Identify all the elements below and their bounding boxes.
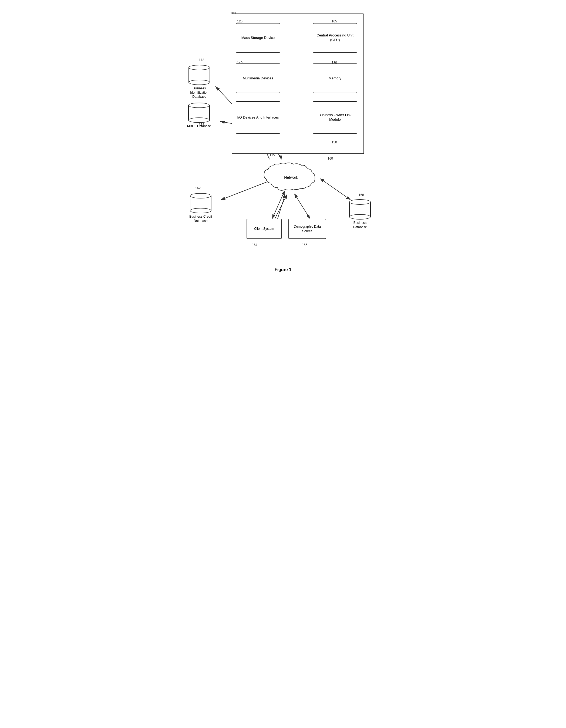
- ref-164: 164: [252, 243, 257, 247]
- svg-marker-27: [282, 194, 287, 198]
- business-id-db: Business Identification Database: [186, 65, 213, 99]
- ref-166: 166: [302, 243, 307, 247]
- ref-168: 168: [359, 193, 364, 197]
- svg-text:Network: Network: [284, 175, 298, 180]
- diagram-container: 100 120 Mass Storage Device 105 Central …: [180, 5, 386, 265]
- ref-160: 160: [328, 157, 333, 160]
- db-bottom-4: [349, 214, 371, 220]
- mbol-db: MBOL Database: [187, 103, 211, 129]
- ref-150: 150: [332, 140, 337, 144]
- ref-162: 162: [195, 186, 201, 190]
- demographic-box: Demographic Data Source: [288, 219, 326, 239]
- svg-line-26: [278, 197, 284, 219]
- db-bottom-2: [188, 117, 210, 123]
- memory-box: Memory: [313, 63, 357, 93]
- network-cloud: Network: [261, 162, 321, 194]
- db-top-4: [349, 199, 371, 205]
- business-credit-db: Business Credit Database: [187, 193, 214, 223]
- cpu-box: Central Processing Unit (CPU): [313, 23, 357, 53]
- business-owner-box: Business Owner Link Module: [313, 101, 357, 134]
- ref-120: 120: [237, 19, 242, 23]
- ref-105: 105: [332, 19, 337, 23]
- ref-172: 172: [199, 58, 204, 62]
- db-top-1: [188, 65, 210, 70]
- db-top-2: [188, 103, 210, 108]
- db-top-3: [190, 193, 211, 198]
- business-db: Business Database: [346, 199, 373, 229]
- multimedia-box: Multimedia Devices: [236, 63, 280, 93]
- db-bottom-1: [188, 80, 210, 85]
- svg-line-25: [324, 181, 351, 200]
- ref-115: 115: [269, 153, 275, 157]
- client-system-box: Client System: [247, 219, 282, 239]
- svg-line-23: [275, 194, 287, 219]
- db-bottom-3: [190, 208, 211, 213]
- svg-line-24: [297, 197, 310, 219]
- figure-caption: Figure 1: [180, 267, 386, 272]
- svg-marker-16: [279, 156, 282, 160]
- page: 100 120 Mass Storage Device 105 Central …: [175, 0, 391, 278]
- svg-line-22: [272, 194, 283, 219]
- mass-storage-box: Mass Storage Device: [236, 23, 280, 53]
- io-devices-box: I/O Devices And Interfaces: [236, 101, 280, 134]
